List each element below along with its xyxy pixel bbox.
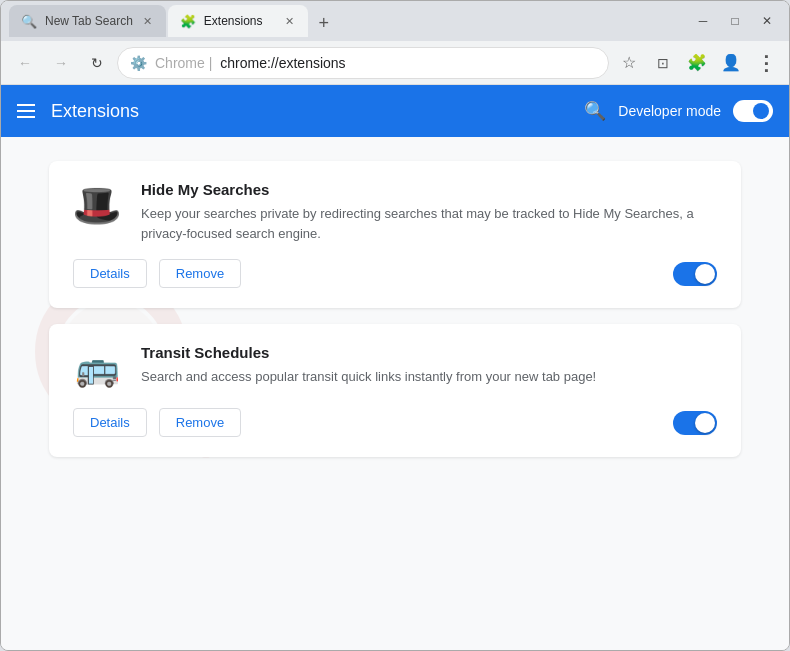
card-bottom-1: Details Remove xyxy=(73,259,717,288)
tabs-row: 🔍 New Tab Search ✕ 🧩 Extensions ✕ + xyxy=(9,5,685,37)
ext2-remove-button[interactable]: Remove xyxy=(159,408,241,437)
card-top-2: 🚌 Transit Schedules Search and access po… xyxy=(73,344,717,392)
address-bar[interactable]: ⚙️ Chrome | chrome://extensions xyxy=(117,47,609,79)
main-content: fish.com 🎩 Hide My Searches Keep your se… xyxy=(1,137,789,650)
ext2-name: Transit Schedules xyxy=(141,344,717,361)
bookmark-icon[interactable]: ☆ xyxy=(613,47,645,79)
hide-my-searches-icon: 🎩 xyxy=(73,181,121,229)
ext2-toggle[interactable] xyxy=(673,411,717,435)
tab2-label: Extensions xyxy=(204,14,275,28)
screenshot-icon[interactable]: ⊡ xyxy=(647,47,679,79)
chrome-icon: ⚙️ xyxy=(130,55,147,71)
ext1-remove-button[interactable]: Remove xyxy=(159,259,241,288)
extensions-header: Extensions 🔍 Developer mode xyxy=(1,85,789,137)
ext2-desc: Search and access popular transit quick … xyxy=(141,367,717,387)
close-button[interactable]: ✕ xyxy=(753,11,781,31)
tab-extensions[interactable]: 🧩 Extensions ✕ xyxy=(168,5,308,37)
reload-button[interactable]: ↻ xyxy=(81,47,113,79)
hamburger-line3 xyxy=(17,116,35,118)
developer-mode-toggle[interactable] xyxy=(733,100,773,122)
extension-card-transit-schedules: 🚌 Transit Schedules Search and access po… xyxy=(49,324,741,457)
forward-button[interactable]: → xyxy=(45,47,77,79)
tab1-icon: 🔍 xyxy=(21,14,37,29)
ext2-toggle-knob xyxy=(695,413,715,433)
minimize-button[interactable]: ─ xyxy=(689,11,717,31)
hamburger-menu-button[interactable] xyxy=(17,104,35,118)
ext1-name: Hide My Searches xyxy=(141,181,717,198)
back-button[interactable]: ← xyxy=(9,47,41,79)
developer-mode-label: Developer mode xyxy=(618,103,721,119)
nav-right-icons: ☆ ⊡ 🧩 👤 ⋮ xyxy=(613,47,781,79)
ext1-details-button[interactable]: Details xyxy=(73,259,147,288)
ext1-toggle-knob xyxy=(695,264,715,284)
ext1-toggle[interactable] xyxy=(673,262,717,286)
card-bottom-2: Details Remove xyxy=(73,408,717,437)
hamburger-line2 xyxy=(17,110,35,112)
address-separator: Chrome | xyxy=(155,55,212,71)
account-icon[interactable]: 👤 xyxy=(715,47,747,79)
tab2-close-button[interactable]: ✕ xyxy=(283,13,296,30)
menu-icon[interactable]: ⋮ xyxy=(749,47,781,79)
address-url: chrome://extensions xyxy=(220,55,345,71)
ext2-details-button[interactable]: Details xyxy=(73,408,147,437)
tab-new-tab-search[interactable]: 🔍 New Tab Search ✕ xyxy=(9,5,166,37)
title-bar: 🔍 New Tab Search ✕ 🧩 Extensions ✕ + ─ □ … xyxy=(1,1,789,41)
card-top-1: 🎩 Hide My Searches Keep your searches pr… xyxy=(73,181,717,243)
window-controls: ─ □ ✕ xyxy=(689,11,781,31)
extension-card-hide-my-searches: 🎩 Hide My Searches Keep your searches pr… xyxy=(49,161,741,308)
new-tab-button[interactable]: + xyxy=(310,9,338,37)
browser-window: 🔍 New Tab Search ✕ 🧩 Extensions ✕ + ─ □ … xyxy=(0,0,790,651)
ext-info-2: Transit Schedules Search and access popu… xyxy=(141,344,717,392)
header-right: 🔍 Developer mode xyxy=(584,100,773,122)
extensions-icon[interactable]: 🧩 xyxy=(681,47,713,79)
header-search-icon[interactable]: 🔍 xyxy=(584,100,606,122)
nav-bar: ← → ↻ ⚙️ Chrome | chrome://extensions ☆ … xyxy=(1,41,789,85)
ext-info-1: Hide My Searches Keep your searches priv… xyxy=(141,181,717,243)
tab2-icon: 🧩 xyxy=(180,14,196,29)
tab1-close-button[interactable]: ✕ xyxy=(141,13,154,30)
transit-schedules-icon: 🚌 xyxy=(73,344,121,392)
tab1-label: New Tab Search xyxy=(45,14,133,28)
maximize-button[interactable]: □ xyxy=(721,11,749,31)
toggle-knob xyxy=(753,103,769,119)
extensions-page-title: Extensions xyxy=(51,101,139,122)
ext1-desc: Keep your searches private by redirectin… xyxy=(141,204,717,243)
hamburger-line1 xyxy=(17,104,35,106)
